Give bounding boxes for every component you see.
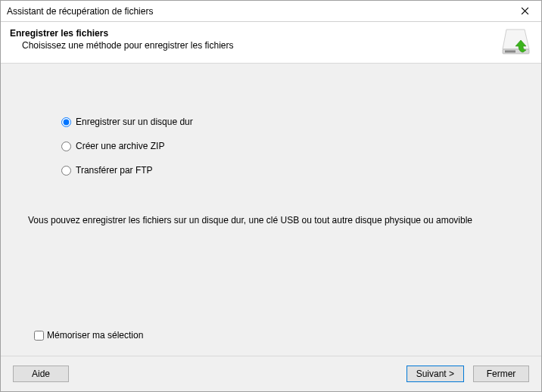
close-button[interactable]: Fermer <box>473 366 529 382</box>
remember-checkbox[interactable]: Mémoriser ma sélection <box>34 330 143 341</box>
radio-create-zip-label: Créer une archive ZIP <box>76 141 164 151</box>
next-button[interactable]: Suivant > <box>406 366 464 382</box>
radio-save-disk-label: Enregistrer sur un disque dur <box>76 117 193 127</box>
drive-recover-icon <box>500 26 534 57</box>
remember-checkbox-label: Mémoriser ma sélection <box>47 330 143 341</box>
radio-create-zip[interactable]: Créer une archive ZIP <box>61 141 514 151</box>
titlebar: Assistant de récupération de fichiers <box>1 1 541 22</box>
radio-ftp[interactable]: Transférer par FTP <box>61 165 514 176</box>
page-subheading: Choisissez une méthode pour enregistrer … <box>22 40 233 51</box>
method-description: Vous pouvez enregistrer les fichiers sur… <box>28 215 514 226</box>
close-icon[interactable] <box>514 3 535 20</box>
remember-checkbox-input[interactable] <box>34 331 44 341</box>
footer: Aide Suivant > Fermer <box>1 356 541 391</box>
header-text: Enregistrer les fichiers Choisissez une … <box>8 26 233 51</box>
radio-save-disk-input[interactable] <box>61 117 71 127</box>
radio-ftp-input[interactable] <box>61 166 71 176</box>
radio-create-zip-input[interactable] <box>61 142 71 151</box>
radio-ftp-label: Transférer par FTP <box>76 165 153 176</box>
help-button[interactable]: Aide <box>13 366 69 382</box>
radio-save-disk[interactable]: Enregistrer sur un disque dur <box>61 117 514 127</box>
svg-rect-1 <box>505 51 516 53</box>
header: Enregistrer les fichiers Choisissez une … <box>1 22 541 64</box>
window-title: Assistant de récupération de fichiers <box>7 6 153 17</box>
page-heading: Enregistrer les fichiers <box>10 28 233 39</box>
content-area: Enregistrer sur un disque dur Créer une … <box>1 64 541 356</box>
save-method-radio-group: Enregistrer sur un disque dur Créer une … <box>61 117 514 176</box>
dialog-window: Assistant de récupération de fichiers En… <box>0 0 542 392</box>
